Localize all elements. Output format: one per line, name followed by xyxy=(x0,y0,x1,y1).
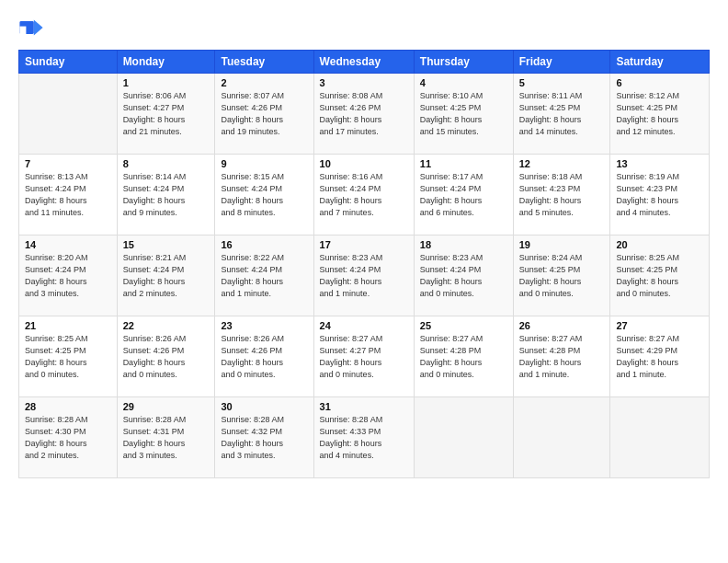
day-info: Sunrise: 8:18 AMSunset: 4:23 PMDaylight:… xyxy=(519,171,605,219)
calendar-cell xyxy=(414,397,513,478)
calendar-cell: 22Sunrise: 8:26 AMSunset: 4:26 PMDayligh… xyxy=(117,316,215,397)
calendar-cell xyxy=(19,74,118,155)
day-info: Sunrise: 8:14 AMSunset: 4:24 PMDaylight:… xyxy=(123,171,210,219)
day-number: 17 xyxy=(320,239,408,250)
day-info: Sunrise: 8:27 AMSunset: 4:28 PMDaylight:… xyxy=(519,333,605,381)
day-number: 16 xyxy=(221,239,307,250)
calendar-week-3: 14Sunrise: 8:20 AMSunset: 4:24 PMDayligh… xyxy=(19,236,710,316)
day-info: Sunrise: 8:20 AMSunset: 4:24 PMDaylight:… xyxy=(25,252,111,300)
calendar-cell: 13Sunrise: 8:19 AMSunset: 4:23 PMDayligh… xyxy=(610,155,710,236)
day-info: Sunrise: 8:08 AMSunset: 4:26 PMDaylight:… xyxy=(320,90,408,138)
calendar-cell: 17Sunrise: 8:23 AMSunset: 4:24 PMDayligh… xyxy=(313,236,414,316)
day-number: 2 xyxy=(221,77,307,88)
calendar-cell xyxy=(513,397,610,478)
svg-rect-2 xyxy=(19,27,26,34)
day-info: Sunrise: 8:16 AMSunset: 4:24 PMDaylight:… xyxy=(320,171,408,219)
day-info: Sunrise: 8:28 AMSunset: 4:31 PMDaylight:… xyxy=(123,414,210,462)
calendar-cell: 4Sunrise: 8:10 AMSunset: 4:25 PMDaylight… xyxy=(414,74,513,155)
day-number: 29 xyxy=(123,401,210,412)
day-info: Sunrise: 8:17 AMSunset: 4:24 PMDaylight:… xyxy=(420,171,507,219)
day-info: Sunrise: 8:28 AMSunset: 4:33 PMDaylight:… xyxy=(320,414,408,462)
day-info: Sunrise: 8:23 AMSunset: 4:24 PMDaylight:… xyxy=(420,252,507,300)
logo-icon xyxy=(18,15,44,40)
day-info: Sunrise: 8:23 AMSunset: 4:24 PMDaylight:… xyxy=(320,252,408,300)
day-number: 18 xyxy=(420,239,507,250)
calendar-cell: 1Sunrise: 8:06 AMSunset: 4:27 PMDaylight… xyxy=(117,74,215,155)
day-info: Sunrise: 8:27 AMSunset: 4:27 PMDaylight:… xyxy=(320,333,408,381)
day-number: 22 xyxy=(123,320,210,331)
day-info: Sunrise: 8:13 AMSunset: 4:24 PMDaylight:… xyxy=(25,171,111,219)
calendar-cell: 28Sunrise: 8:28 AMSunset: 4:30 PMDayligh… xyxy=(19,397,118,478)
calendar-cell: 31Sunrise: 8:28 AMSunset: 4:33 PMDayligh… xyxy=(313,397,414,478)
day-number: 1 xyxy=(123,77,210,88)
calendar-cell: 10Sunrise: 8:16 AMSunset: 4:24 PMDayligh… xyxy=(313,155,414,236)
day-info: Sunrise: 8:11 AMSunset: 4:25 PMDaylight:… xyxy=(519,90,605,138)
day-number: 13 xyxy=(616,158,703,169)
day-number: 30 xyxy=(221,401,307,412)
day-number: 15 xyxy=(123,239,210,250)
day-info: Sunrise: 8:25 AMSunset: 4:25 PMDaylight:… xyxy=(25,333,111,381)
calendar-week-5: 28Sunrise: 8:28 AMSunset: 4:30 PMDayligh… xyxy=(19,397,710,478)
day-info: Sunrise: 8:28 AMSunset: 4:32 PMDaylight:… xyxy=(221,414,307,462)
calendar-cell: 21Sunrise: 8:25 AMSunset: 4:25 PMDayligh… xyxy=(19,316,118,397)
day-info: Sunrise: 8:19 AMSunset: 4:23 PMDaylight:… xyxy=(616,171,703,219)
calendar-cell: 26Sunrise: 8:27 AMSunset: 4:28 PMDayligh… xyxy=(513,316,610,397)
column-header-saturday: Saturday xyxy=(610,51,710,74)
day-info: Sunrise: 8:15 AMSunset: 4:24 PMDaylight:… xyxy=(221,171,307,219)
day-info: Sunrise: 8:24 AMSunset: 4:25 PMDaylight:… xyxy=(519,252,605,300)
day-number: 9 xyxy=(221,158,307,169)
calendar-cell: 14Sunrise: 8:20 AMSunset: 4:24 PMDayligh… xyxy=(19,236,118,316)
day-number: 3 xyxy=(320,77,408,88)
day-number: 12 xyxy=(519,158,605,169)
day-info: Sunrise: 8:27 AMSunset: 4:29 PMDaylight:… xyxy=(616,333,703,381)
calendar-cell: 19Sunrise: 8:24 AMSunset: 4:25 PMDayligh… xyxy=(513,236,610,316)
calendar-table: SundayMondayTuesdayWednesdayThursdayFrid… xyxy=(18,50,710,478)
day-info: Sunrise: 8:10 AMSunset: 4:25 PMDaylight:… xyxy=(420,90,507,138)
day-number: 25 xyxy=(420,320,507,331)
column-header-sunday: Sunday xyxy=(19,51,118,74)
calendar-cell: 3Sunrise: 8:08 AMSunset: 4:26 PMDaylight… xyxy=(313,74,414,155)
day-number: 5 xyxy=(519,77,605,88)
day-info: Sunrise: 8:21 AMSunset: 4:24 PMDaylight:… xyxy=(123,252,210,300)
calendar-cell: 20Sunrise: 8:25 AMSunset: 4:25 PMDayligh… xyxy=(610,236,710,316)
column-header-monday: Monday xyxy=(117,51,215,74)
calendar-cell: 2Sunrise: 8:07 AMSunset: 4:26 PMDaylight… xyxy=(215,74,313,155)
day-info: Sunrise: 8:07 AMSunset: 4:26 PMDaylight:… xyxy=(221,90,307,138)
day-number: 14 xyxy=(25,239,111,250)
day-number: 7 xyxy=(25,158,111,169)
day-info: Sunrise: 8:25 AMSunset: 4:25 PMDaylight:… xyxy=(616,252,703,300)
day-number: 26 xyxy=(519,320,605,331)
calendar-cell xyxy=(610,397,710,478)
day-number: 21 xyxy=(25,320,111,331)
day-number: 11 xyxy=(420,158,507,169)
column-header-tuesday: Tuesday xyxy=(215,51,313,74)
calendar-cell: 8Sunrise: 8:14 AMSunset: 4:24 PMDaylight… xyxy=(117,155,215,236)
calendar-cell: 16Sunrise: 8:22 AMSunset: 4:24 PMDayligh… xyxy=(215,236,313,316)
day-number: 19 xyxy=(519,239,605,250)
calendar-cell: 24Sunrise: 8:27 AMSunset: 4:27 PMDayligh… xyxy=(313,316,414,397)
calendar-cell: 7Sunrise: 8:13 AMSunset: 4:24 PMDaylight… xyxy=(19,155,118,236)
day-info: Sunrise: 8:27 AMSunset: 4:28 PMDaylight:… xyxy=(420,333,507,381)
calendar-cell: 29Sunrise: 8:28 AMSunset: 4:31 PMDayligh… xyxy=(117,397,215,478)
day-info: Sunrise: 8:28 AMSunset: 4:30 PMDaylight:… xyxy=(25,414,111,462)
calendar-cell: 9Sunrise: 8:15 AMSunset: 4:24 PMDaylight… xyxy=(215,155,313,236)
day-number: 8 xyxy=(123,158,210,169)
calendar-cell: 11Sunrise: 8:17 AMSunset: 4:24 PMDayligh… xyxy=(414,155,513,236)
day-number: 6 xyxy=(616,77,703,88)
svg-marker-1 xyxy=(34,20,43,36)
calendar-header-row: SundayMondayTuesdayWednesdayThursdayFrid… xyxy=(19,51,710,74)
calendar-cell: 12Sunrise: 8:18 AMSunset: 4:23 PMDayligh… xyxy=(513,155,610,236)
calendar-cell: 30Sunrise: 8:28 AMSunset: 4:32 PMDayligh… xyxy=(215,397,313,478)
calendar-cell: 6Sunrise: 8:12 AMSunset: 4:25 PMDaylight… xyxy=(610,74,710,155)
column-header-friday: Friday xyxy=(513,51,610,74)
day-number: 24 xyxy=(320,320,408,331)
calendar-week-2: 7Sunrise: 8:13 AMSunset: 4:24 PMDaylight… xyxy=(19,155,710,236)
day-number: 4 xyxy=(420,77,507,88)
day-info: Sunrise: 8:26 AMSunset: 4:26 PMDaylight:… xyxy=(123,333,210,381)
day-info: Sunrise: 8:22 AMSunset: 4:24 PMDaylight:… xyxy=(221,252,307,300)
calendar-cell: 25Sunrise: 8:27 AMSunset: 4:28 PMDayligh… xyxy=(414,316,513,397)
day-number: 28 xyxy=(25,401,111,412)
calendar-cell: 27Sunrise: 8:27 AMSunset: 4:29 PMDayligh… xyxy=(610,316,710,397)
calendar-cell: 5Sunrise: 8:11 AMSunset: 4:25 PMDaylight… xyxy=(513,74,610,155)
day-number: 10 xyxy=(320,158,408,169)
